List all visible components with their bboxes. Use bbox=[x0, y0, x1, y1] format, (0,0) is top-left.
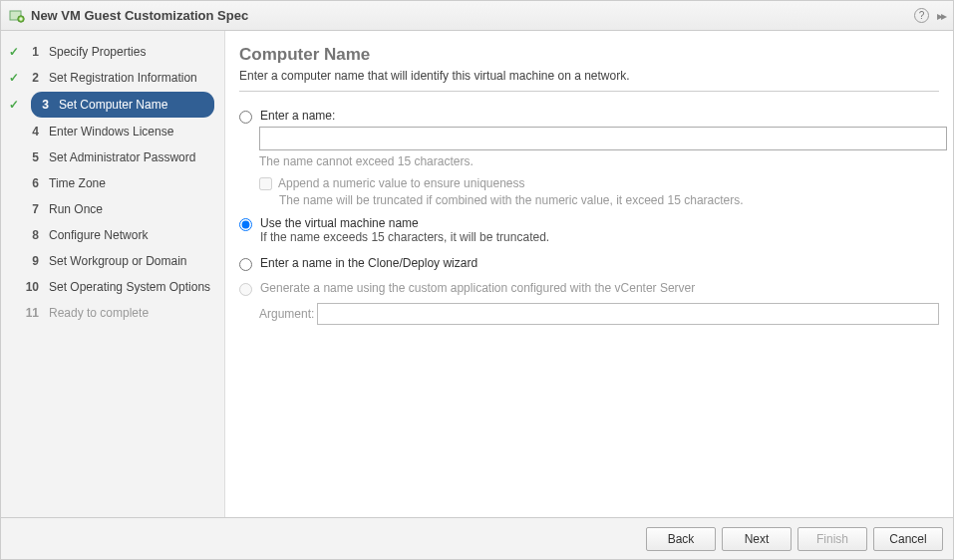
next-button[interactable]: Next bbox=[722, 527, 792, 551]
computer-name-input[interactable] bbox=[259, 127, 947, 150]
vm-spec-icon bbox=[9, 8, 25, 24]
back-button[interactable]: Back bbox=[646, 527, 716, 551]
step-run-once[interactable]: 7 Run Once bbox=[1, 196, 224, 222]
step-time-zone[interactable]: 6 Time Zone bbox=[1, 170, 224, 196]
radio-clone-wizard[interactable] bbox=[239, 258, 252, 271]
append-numeric-checkbox bbox=[259, 177, 272, 190]
help-icon[interactable]: ? bbox=[914, 8, 929, 23]
check-icon: ✓ bbox=[7, 45, 21, 59]
step-label: Ready to complete bbox=[49, 306, 216, 321]
option-label: Use the virtual machine name bbox=[260, 216, 549, 230]
step-ready-complete: 11 Ready to complete bbox=[1, 300, 224, 326]
step-label: Enter Windows License bbox=[49, 125, 216, 140]
option-enter-name[interactable]: Enter a name: bbox=[239, 106, 939, 127]
titlebar: New VM Guest Customization Spec ? ▸▸ bbox=[1, 1, 953, 31]
option-use-vm-name[interactable]: Use the virtual machine name If the name… bbox=[239, 213, 939, 247]
step-computer-name[interactable]: 3 Set Computer Name bbox=[31, 92, 214, 118]
name-hint: The name cannot exceed 15 characters. bbox=[259, 154, 939, 168]
option-generate-name: Generate a name using the custom applica… bbox=[239, 278, 939, 299]
step-configure-network[interactable]: 8 Configure Network bbox=[1, 222, 224, 248]
step-label: Set Computer Name bbox=[59, 98, 206, 113]
step-number: 4 bbox=[21, 125, 39, 139]
step-number: 5 bbox=[21, 150, 39, 164]
step-number: 1 bbox=[21, 45, 39, 59]
step-label: Time Zone bbox=[49, 176, 216, 191]
step-admin-password[interactable]: 5 Set Administrator Password bbox=[1, 144, 224, 170]
step-specify-properties[interactable]: ✓ 1 Specify Properties bbox=[1, 39, 224, 65]
step-label: Set Workgroup or Domain bbox=[49, 254, 216, 269]
use-vm-hint: If the name exceeds 15 characters, it wi… bbox=[260, 230, 549, 244]
option-label: Enter a name in the Clone/Deploy wizard bbox=[260, 256, 477, 270]
argument-label: Argument: bbox=[259, 307, 317, 321]
step-label: Set Operating System Options bbox=[49, 280, 216, 295]
append-numeric-row: Append a numeric value to ensure uniquen… bbox=[259, 176, 939, 190]
pin-icon[interactable]: ▸▸ bbox=[937, 9, 945, 23]
argument-input bbox=[317, 303, 939, 325]
finish-button: Finish bbox=[797, 527, 867, 551]
step-label: Specify Properties bbox=[49, 45, 216, 60]
step-number: 8 bbox=[21, 228, 39, 242]
step-label: Set Registration Information bbox=[49, 71, 216, 86]
dialog: New VM Guest Customization Spec ? ▸▸ ✓ 1… bbox=[0, 0, 954, 560]
step-label: Configure Network bbox=[49, 228, 216, 243]
step-number: 6 bbox=[21, 176, 39, 190]
append-label: Append a numeric value to ensure uniquen… bbox=[278, 176, 525, 190]
argument-row: Argument: bbox=[259, 303, 939, 325]
step-number: 9 bbox=[21, 254, 39, 268]
step-workgroup-domain[interactable]: 9 Set Workgroup or Domain bbox=[1, 248, 224, 274]
main-panel: Computer Name Enter a computer name that… bbox=[225, 31, 953, 517]
divider bbox=[239, 91, 939, 92]
page-description: Enter a computer name that will identify… bbox=[239, 69, 939, 83]
option-clone-wizard[interactable]: Enter a name in the Clone/Deploy wizard bbox=[239, 253, 939, 274]
radio-generate-name bbox=[239, 283, 252, 296]
step-registration-info[interactable]: ✓ 2 Set Registration Information bbox=[1, 65, 224, 91]
step-windows-license[interactable]: 4 Enter Windows License bbox=[1, 119, 224, 144]
step-label: Run Once bbox=[49, 202, 216, 217]
wizard-sidebar: ✓ 1 Specify Properties ✓ 2 Set Registrat… bbox=[1, 31, 225, 517]
append-hint: The name will be truncated if combined w… bbox=[279, 193, 939, 207]
step-number: 3 bbox=[31, 98, 49, 112]
step-number: 2 bbox=[21, 71, 39, 85]
radio-use-vm-name[interactable] bbox=[239, 218, 252, 231]
step-number: 11 bbox=[21, 306, 39, 320]
cancel-button[interactable]: Cancel bbox=[873, 527, 943, 551]
option-label: Enter a name: bbox=[260, 109, 335, 123]
footer: Back Next Finish Cancel bbox=[1, 517, 953, 559]
radio-enter-name[interactable] bbox=[239, 111, 252, 124]
option-label: Generate a name using the custom applica… bbox=[260, 281, 695, 295]
body: ✓ 1 Specify Properties ✓ 2 Set Registrat… bbox=[1, 31, 953, 517]
dialog-title: New VM Guest Customization Spec bbox=[31, 8, 914, 23]
page-heading: Computer Name bbox=[239, 45, 939, 65]
step-os-options[interactable]: 10 Set Operating System Options bbox=[1, 274, 224, 300]
step-number: 7 bbox=[21, 202, 39, 216]
check-icon: ✓ bbox=[7, 71, 21, 85]
step-number: 10 bbox=[21, 280, 39, 294]
check-icon: ✓ bbox=[7, 98, 21, 112]
step-label: Set Administrator Password bbox=[49, 150, 216, 165]
